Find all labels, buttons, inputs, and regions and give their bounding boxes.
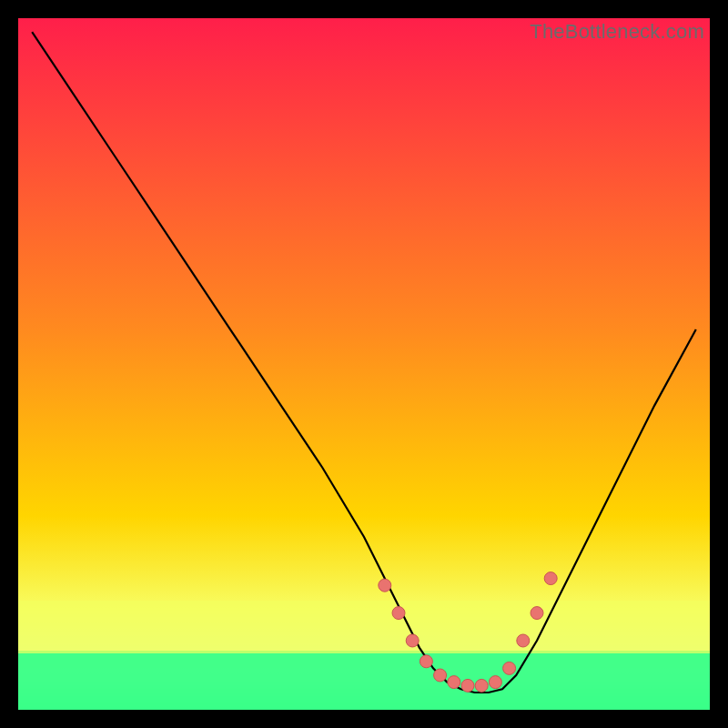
yellow-band [18, 601, 710, 653]
green-band [18, 651, 710, 710]
data-point [406, 634, 419, 647]
data-point [434, 669, 447, 682]
chart-frame: TheBottleneck.com [18, 18, 710, 710]
data-point [544, 572, 557, 585]
data-point [420, 655, 432, 668]
data-point [503, 662, 516, 674]
chart-svg [18, 18, 710, 710]
data-point [531, 607, 543, 620]
watermark-text: TheBottleneck.com [530, 20, 704, 44]
data-point [461, 679, 474, 692]
data-point [448, 676, 460, 689]
data-point [489, 676, 501, 689]
data-point [392, 607, 405, 620]
data-point [517, 634, 530, 647]
data-point [379, 579, 391, 592]
data-point [475, 679, 488, 692]
